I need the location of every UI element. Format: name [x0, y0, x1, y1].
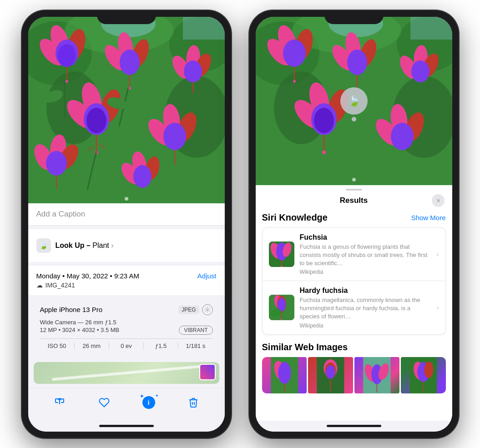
flower-photo-right[interactable]: 🍃 [256, 17, 452, 185]
home-indicator [28, 421, 225, 432]
svg-point-43 [46, 151, 67, 176]
fuchsia-desc: Fuchsia is a genus of flowering plants t… [300, 243, 431, 268]
siri-title: Siri Knowledge [262, 212, 328, 223]
svg-point-18 [120, 50, 140, 75]
svg-point-56 [207, 309, 208, 311]
home-bar [99, 425, 154, 427]
drag-handle [346, 189, 362, 191]
caption-placeholder: Add a Caption [36, 210, 86, 218]
lookup-row[interactable]: 🍃 Look Up – Plant › [36, 236, 217, 256]
format-badge: JPEG [178, 306, 199, 314]
similar-img-3[interactable] [354, 357, 399, 393]
similar-img-1[interactable] [262, 357, 307, 393]
hardy-thumbnail [269, 295, 294, 320]
svg-point-126 [424, 362, 433, 378]
camera-details: Wide Camera — 26 mm ƒ1.5 12 MP • 3024 × … [40, 319, 213, 335]
hardy-name: Hardy fuchsia [300, 287, 431, 295]
close-button[interactable]: × [432, 194, 445, 207]
hardy-source: Wikipedia [300, 322, 431, 329]
knowledge-card: Fuchsia Fuchsia is a genus of flowering … [262, 227, 446, 335]
iso-value: ISO 50 [40, 342, 75, 349]
focal-length: 26 mm [75, 342, 109, 349]
exposure-row: ISO 50 26 mm 0 ev ƒ1.5 1/181 s [40, 338, 213, 349]
map-thumbnail [199, 364, 216, 380]
results-header: Results × [256, 194, 452, 212]
camera-model: Apple iPhone 13 Pro [40, 306, 103, 313]
svg-point-38 [163, 123, 186, 150]
svg-point-70 [293, 80, 296, 83]
left-phone: Add a Caption 🍃 Look Up – Plant › Monday… [22, 10, 231, 438]
chevron-icon-2: › [436, 303, 439, 312]
meta-section: Monday • May 30, 2022 • 9:23 AM Adjust ☁… [28, 266, 225, 295]
similar-title: Similar Web Images [262, 342, 446, 352]
svg-rect-64 [410, 17, 452, 40]
right-screen: 🍃 Results × Siri Knowledge Show More [256, 17, 452, 432]
similar-images-grid [262, 357, 446, 393]
camera-section: Apple iPhone 13 Pro JPEG Wide Camera — 2… [34, 299, 219, 355]
lookup-icon: 🍃 [36, 238, 51, 253]
delete-button[interactable] [184, 393, 202, 412]
svg-point-48 [133, 165, 152, 188]
notch [97, 10, 156, 24]
svg-point-55 [125, 197, 128, 201]
format-badges: JPEG [178, 304, 212, 315]
right-notch [324, 10, 384, 24]
results-title: Results [340, 196, 368, 205]
svg-point-12 [58, 44, 76, 67]
knowledge-item-fuchsia[interactable]: Fuchsia Fuchsia is a genus of flowering … [263, 228, 445, 282]
siri-knowledge-section: Siri Knowledge Show More [256, 212, 452, 335]
right-home-indicator [256, 421, 452, 432]
svg-point-14 [66, 80, 68, 83]
filename: IMG_4241 [45, 282, 75, 289]
vibrant-badge: VIBRANT [179, 326, 212, 335]
svg-point-79 [411, 60, 429, 82]
results-handle [256, 185, 452, 194]
fuchsia-source: Wikipedia [300, 269, 431, 275]
svg-point-115 [326, 365, 335, 379]
map-road [52, 365, 201, 380]
right-home-bar [327, 425, 381, 427]
flower-photo[interactable] [28, 17, 225, 203]
lookup-section: 🍃 Look Up – Plant › [28, 229, 225, 262]
shutter-speed: 1/181 s [178, 342, 212, 349]
heart-button[interactable] [95, 393, 113, 412]
results-panel: Results × Siri Knowledge Show More [256, 185, 452, 421]
info-button[interactable]: i ✦ ✦ [140, 393, 158, 412]
svg-point-24 [184, 60, 202, 82]
photo-date: Monday • May 30, 2022 • 9:23 AM [36, 272, 139, 280]
svg-point-90 [391, 123, 414, 150]
fuchsia-thumbnail [269, 242, 294, 267]
right-phone: 🍃 Results × Siri Knowledge Show More [249, 10, 459, 438]
knowledge-item-hardy[interactable]: Hardy fuchsia Fuchsia magellanica, commo… [263, 281, 445, 334]
caption-area[interactable]: Add a Caption [28, 203, 225, 226]
svg-point-74 [347, 50, 367, 75]
ev-value: 0 ev [109, 342, 144, 349]
hardy-desc: Fuchsia magellanica, commonly known as t… [300, 296, 431, 321]
bottom-toolbar: i ✦ ✦ [28, 388, 225, 421]
show-more-button[interactable]: Show More [411, 214, 446, 221]
chevron-icon: › [436, 250, 439, 258]
svg-text:🍃: 🍃 [348, 95, 360, 107]
filename-row: ☁ IMG_4241 [36, 282, 217, 289]
svg-point-94 [352, 178, 356, 181]
aperture-value: ƒ1.5 [144, 342, 178, 349]
share-button[interactable] [51, 393, 69, 412]
similar-img-4[interactable] [401, 357, 446, 393]
map-section[interactable] [34, 362, 219, 384]
svg-rect-7 [183, 17, 225, 40]
gear-icon[interactable] [202, 304, 213, 315]
lookup-label: Look Up – Plant › [56, 242, 114, 250]
similar-images-section: Similar Web Images [256, 335, 452, 393]
svg-point-86 [322, 151, 326, 154]
left-screen: Add a Caption 🍃 Look Up – Plant › Monday… [28, 17, 225, 432]
svg-point-30 [86, 108, 106, 133]
similar-img-2[interactable] [308, 357, 353, 393]
fuchsia-name: Fuchsia [300, 233, 431, 242]
svg-point-84 [314, 108, 334, 133]
svg-point-110 [278, 362, 291, 384]
svg-point-93 [352, 117, 356, 121]
svg-point-68 [283, 40, 306, 67]
fuchsia-content: Fuchsia Fuchsia is a genus of flowering … [300, 233, 431, 276]
hardy-content: Hardy fuchsia Fuchsia magellanica, commo… [300, 287, 431, 329]
adjust-button[interactable]: Adjust [197, 272, 217, 280]
